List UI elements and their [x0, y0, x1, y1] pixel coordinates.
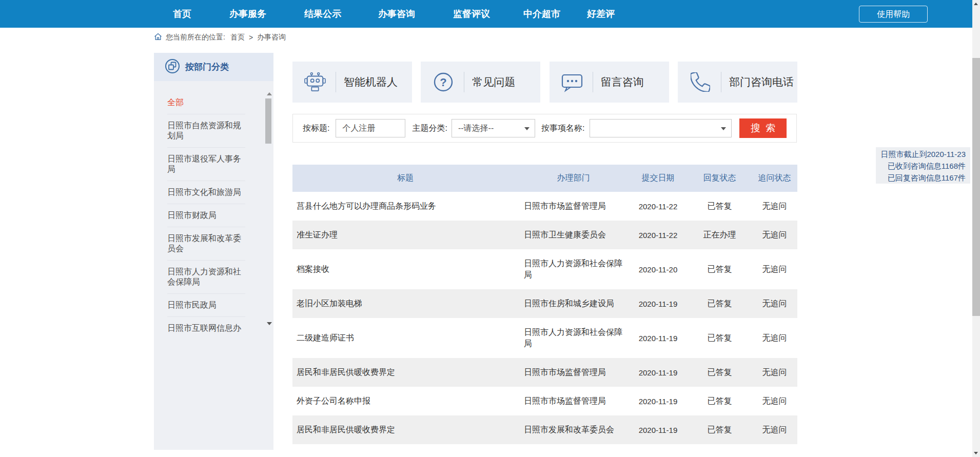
consultation-table: 标题 办理部门 提交日期 回复状态 追问状态 莒县什么地方可以办理商品条形码业务…	[292, 165, 797, 444]
cell-reply-status: 已答复	[688, 264, 752, 275]
nav-item[interactable]: 办事服务	[229, 0, 266, 28]
table-row[interactable]: 档案接收 日照市人力资源和社会保障局 2020-11-20 已答复 无追问	[292, 249, 797, 289]
quick-link-message[interactable]: 留言咨询	[550, 62, 669, 103]
caret-down-icon	[721, 127, 726, 130]
table-row[interactable]: 老旧小区加装电梯 日照市住房和城乡建设局 2020-11-19 已答复 无追问	[292, 289, 797, 318]
cell-date: 2020-11-19	[629, 368, 688, 377]
scroll-thumb[interactable]	[972, 58, 980, 316]
department-item[interactable]: 日照市互联网信息办	[167, 317, 245, 340]
nav-item[interactable]: 中介超市	[523, 0, 560, 28]
cell-follow-status: 无追问	[752, 396, 797, 407]
cell-dept: 日照市市场监督管理局	[518, 201, 629, 212]
search-bar: 按标题: 主题分类: --请选择-- 按事项名称: 搜索	[292, 114, 797, 143]
caret-down-icon	[524, 127, 530, 130]
quick-link-robot[interactable]: 智能机器人	[292, 62, 412, 103]
divider	[336, 72, 336, 92]
nav-menu: 首页办事服务结果公示办事咨询监督评议中介超市好差评	[0, 0, 980, 28]
cell-reply-status: 已答复	[688, 299, 752, 309]
breadcrumb-current: 办事咨询	[257, 33, 286, 42]
quick-link-faq[interactable]: ? 常见问题	[421, 62, 540, 103]
title-search-input[interactable]	[336, 119, 405, 137]
department-item[interactable]: 日照市自然资源和规划局	[167, 114, 245, 148]
cell-date: 2020-11-19	[629, 426, 688, 434]
table-row[interactable]: 居民和非居民供暖收费界定 日照市市场监督管理局 2020-11-19 已答复 无…	[292, 358, 797, 387]
quick-link-label: 部门咨询电话	[729, 75, 794, 89]
cell-reply-status: 已答复	[688, 201, 752, 212]
cell-reply-status: 已答复	[688, 333, 752, 344]
cell-dept: 日照市卫生健康委员会	[518, 229, 629, 241]
cell-follow-status: 无追问	[752, 367, 797, 378]
item-name-label: 按事项名称:	[541, 123, 584, 134]
table-row[interactable]: 外资子公司名称申报 日照市市场监督管理局 2020-11-19 已答复 无追问	[292, 387, 797, 415]
category-select[interactable]: --请选择--	[452, 119, 535, 137]
table-row[interactable]: 莒县什么地方可以办理商品条形码业务 日照市市场监督管理局 2020-11-22 …	[292, 192, 797, 221]
cell-title[interactable]: 外资子公司名称申报	[292, 396, 518, 407]
page-scrollbar[interactable]	[972, 0, 980, 457]
sidebar-header: 按部门分类	[154, 53, 273, 81]
department-list: 全部日照市自然资源和规划局日照市退役军人事务局日照市文化和旅游局日照市财政局日照…	[167, 91, 245, 340]
sidebar-body: 全部日照市自然资源和规划局日照市退役军人事务局日照市文化和旅游局日照市财政局日照…	[154, 81, 273, 450]
header-reply-status: 回复状态	[688, 173, 752, 184]
divider	[464, 72, 464, 92]
stats-line3: 已回复咨询信息1167件	[879, 172, 966, 184]
breadcrumb: 您当前所在的位置: 首页 > 办事咨询	[154, 32, 286, 43]
cell-title[interactable]: 二级建造师证书	[292, 333, 518, 344]
phone-icon	[689, 72, 712, 92]
nav-item[interactable]: 好差评	[587, 0, 615, 28]
nav-item[interactable]: 首页	[173, 0, 191, 28]
cell-title[interactable]: 居民和非居民供暖收费界定	[292, 367, 518, 378]
department-item[interactable]: 日照市民政局	[167, 294, 245, 317]
nav-item[interactable]: 办事咨询	[378, 0, 415, 28]
cell-date: 2020-11-22	[629, 231, 688, 240]
scroll-up-icon[interactable]	[974, 3, 978, 5]
sidebar-scroll-down-icon[interactable]	[267, 322, 272, 325]
table-row[interactable]: 准生证办理 日照市卫生健康委员会 2020-11-22 正在办理 无追问	[292, 221, 797, 249]
department-item[interactable]: 日照市人力资源和社会保障局	[167, 261, 245, 294]
breadcrumb-prefix: 您当前所在的位置:	[166, 33, 225, 42]
cell-date: 2020-11-19	[629, 334, 688, 343]
title-search-label: 按标题:	[303, 123, 329, 134]
department-item[interactable]: 日照市退役军人事务局	[167, 148, 245, 181]
stats-line2: 已收到咨询信息1168件	[879, 160, 966, 172]
cell-title[interactable]: 老旧小区加装电梯	[292, 299, 518, 309]
quick-link-label: 智能机器人	[344, 75, 398, 89]
cell-dept: 日照市发展和改革委员会	[518, 424, 629, 435]
department-item[interactable]: 日照市发展和改革委员会	[167, 227, 245, 261]
cell-title[interactable]: 莒县什么地方可以办理商品条形码业务	[292, 201, 518, 212]
search-button[interactable]: 搜索	[739, 118, 787, 138]
cell-dept: 日照市市场监督管理局	[518, 395, 629, 407]
breadcrumb-home[interactable]: 首页	[230, 33, 245, 42]
category-icon	[165, 58, 180, 76]
cell-reply-status: 已答复	[688, 396, 752, 407]
cell-date: 2020-11-19	[629, 397, 688, 406]
table-row[interactable]: 二级建造师证书 日照市人力资源和社会保障局 2020-11-19 已答复 无追问	[292, 318, 797, 358]
cell-title[interactable]: 档案接收	[292, 264, 518, 275]
breadcrumb-separator: >	[249, 33, 253, 42]
quick-link-phone[interactable]: 部门咨询电话	[678, 62, 797, 103]
department-item[interactable]: 日照市财政局	[167, 204, 245, 227]
nav-item[interactable]: 结果公示	[304, 0, 341, 28]
svg-text:?: ?	[440, 76, 447, 89]
table-row[interactable]: 居民和非居民供暖收费界定 日照市发展和改革委员会 2020-11-19 已答复 …	[292, 415, 797, 444]
divider	[721, 72, 721, 92]
quick-link-label: 常见问题	[472, 75, 515, 89]
nav-item[interactable]: 监督评议	[453, 0, 490, 28]
cell-title[interactable]: 准生证办理	[292, 230, 518, 241]
category-select-value: --请选择--	[458, 123, 494, 134]
sidebar-scroll-up-icon[interactable]	[267, 92, 272, 95]
help-button[interactable]: 使用帮助	[859, 6, 928, 23]
scroll-down-icon[interactable]	[974, 452, 978, 454]
header-date: 提交日期	[629, 173, 688, 184]
department-item[interactable]: 日照市文化和旅游局	[167, 181, 245, 204]
department-item[interactable]: 全部	[167, 91, 245, 114]
item-name-select[interactable]	[590, 119, 732, 137]
cell-dept: 日照市市场监督管理局	[518, 367, 629, 378]
header-follow-status: 追问状态	[752, 173, 797, 184]
sidebar-scroll-thumb[interactable]	[265, 98, 271, 144]
home-icon	[154, 33, 162, 42]
cell-reply-status: 已答复	[688, 425, 752, 435]
header-dept: 办理部门	[518, 173, 629, 184]
cell-title[interactable]: 居民和非居民供暖收费界定	[292, 425, 518, 435]
table-body: 莒县什么地方可以办理商品条形码业务 日照市市场监督管理局 2020-11-22 …	[292, 192, 797, 444]
cell-reply-status: 已答复	[688, 367, 752, 378]
